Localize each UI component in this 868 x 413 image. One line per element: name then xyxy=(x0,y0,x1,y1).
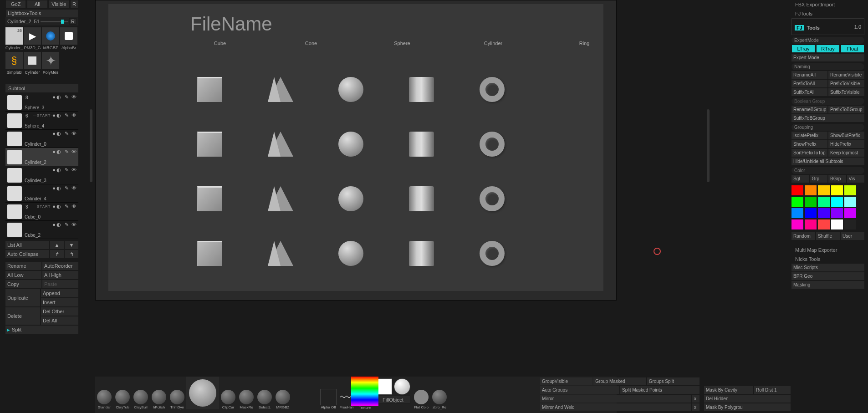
brush-maskre[interactable]: MaskRe xyxy=(237,377,255,409)
prefvis-button[interactable]: PrefixToVisible xyxy=(828,80,864,87)
active-brush[interactable] xyxy=(186,377,219,409)
skin-mat[interactable]: SkinSha xyxy=(412,404,430,413)
visible-button[interactable]: Visible xyxy=(49,0,69,8)
next-button[interactable]: ↱ xyxy=(50,250,64,258)
brush-trimdyn[interactable]: TrimDyn xyxy=(168,377,186,409)
ring-mesh[interactable] xyxy=(480,77,507,104)
color-swatch[interactable] xyxy=(805,185,817,195)
down-button[interactable]: ▼ xyxy=(65,241,78,249)
expertmode-button[interactable]: Expert Mode xyxy=(791,54,864,61)
brush-maskla[interactable]: MaskLa xyxy=(237,409,255,413)
brush-slicecur[interactable]: SliceCur xyxy=(219,409,237,413)
color-swatch[interactable] xyxy=(831,197,843,207)
brush-dam_st[interactable]: Dam_St xyxy=(113,409,132,413)
hideall-button[interactable]: Hide/Unhide all Subtools xyxy=(791,158,864,165)
rtray-button[interactable]: RTray xyxy=(816,45,840,53)
hidepref-button[interactable]: HidePrefix xyxy=(828,140,864,148)
left-scroll[interactable] xyxy=(90,109,92,182)
splitmask-button[interactable]: Split Masked Points xyxy=(620,386,700,394)
color-swatch[interactable] xyxy=(844,208,856,218)
sphere-mesh[interactable] xyxy=(338,77,366,104)
masking-button[interactable]: Masking xyxy=(791,281,864,289)
mirror-button[interactable]: Mirror xyxy=(540,395,691,403)
viewport[interactable]: FileName CubeConeSphereCylinderRing xyxy=(95,0,617,301)
color-swatch[interactable] xyxy=(791,208,803,218)
copy-button[interactable]: Copy xyxy=(5,280,41,288)
tool-thumb-0[interactable]: 26 xyxy=(5,27,23,45)
delall-button[interactable]: Del All xyxy=(41,316,78,325)
alpha-slot[interactable]: Alpha Off xyxy=(319,377,337,409)
maskcavity-button[interactable]: Mask By Cavity xyxy=(704,386,753,394)
nicks-header[interactable]: Nicks Tools xyxy=(791,255,864,264)
misc-button[interactable]: Misc Scripts xyxy=(791,264,864,271)
color-swatch[interactable] xyxy=(791,197,803,207)
color-swatch[interactable] xyxy=(791,185,803,195)
multimap-header[interactable]: Multi Map Exporter xyxy=(791,245,864,255)
groupssplit-button[interactable]: Groups Split xyxy=(647,377,700,385)
insert-button[interactable]: Insert xyxy=(41,298,78,306)
axis-x[interactable]: x xyxy=(692,395,700,403)
renameall-button[interactable]: RenameAll xyxy=(791,71,827,79)
subtool-header[interactable]: Subtool xyxy=(5,84,78,92)
subtool-item-2[interactable]: Cylinder_0 ●◐✎👁 xyxy=(5,130,78,148)
cone-mesh[interactable] xyxy=(268,186,295,214)
user-button[interactable]: User xyxy=(841,232,864,240)
isopref-button[interactable]: IsolatePrefix xyxy=(791,132,827,139)
brush-clipcur[interactable]: ClipCur xyxy=(219,377,237,409)
random-button[interactable]: Random xyxy=(791,232,815,240)
subtool-item-5[interactable]: Cylinder_4 ●◐✎👁 xyxy=(5,184,78,203)
prefb-button[interactable]: PrefixToBGroup xyxy=(828,106,864,113)
fjtools-header[interactable]: FJTools xyxy=(791,9,864,18)
rename-button[interactable]: Rename xyxy=(5,262,41,270)
color-swatch[interactable] xyxy=(791,219,803,229)
brush-mahcut[interactable]: MAHcut xyxy=(95,409,113,413)
up-button[interactable]: ▲ xyxy=(50,241,64,249)
r-button[interactable]: R xyxy=(70,0,78,8)
brush-claytub[interactable]: ClayTub xyxy=(113,377,132,409)
tool-thumb-6[interactable]: ✦ xyxy=(42,52,59,69)
zbro2-mat[interactable]: zbro_Re xyxy=(430,404,449,413)
color-swatch[interactable] xyxy=(831,208,843,218)
keeptop-button[interactable]: KeepTopmost xyxy=(828,149,864,157)
cone-mesh[interactable] xyxy=(268,241,295,268)
subtool-item-3[interactable]: Cylinder_2 ●◐✎👁 xyxy=(5,148,78,166)
brush-hpolish[interactable]: hPolish xyxy=(150,377,168,409)
delete-button[interactable]: Delete xyxy=(5,307,40,325)
texture-slot[interactable]: Texture xyxy=(356,377,374,409)
duplicate-button[interactable]: Duplicate xyxy=(5,289,40,306)
color-swatch[interactable] xyxy=(818,208,830,218)
brush-mrgbz[interactable]: MRGBZ xyxy=(274,377,292,409)
slider-r-button[interactable]: R xyxy=(69,18,77,25)
vis-button[interactable]: Vis xyxy=(847,175,865,183)
material-swatch[interactable] xyxy=(394,378,410,395)
color-swatch[interactable] xyxy=(805,197,817,207)
autogroups-button[interactable]: Auto Groups xyxy=(540,386,619,394)
bgrp-button[interactable]: BGrp xyxy=(828,175,846,183)
cube-mesh[interactable] xyxy=(197,132,225,159)
brush-selectl[interactable]: SelectL xyxy=(255,377,274,409)
cyl-mesh[interactable] xyxy=(409,132,436,159)
color-swatch[interactable] xyxy=(818,197,830,207)
color-swatch[interactable] xyxy=(818,219,830,229)
ring-mesh[interactable] xyxy=(480,132,507,159)
subtool-item-7[interactable]: Cube_2 ●◐✎👁 xyxy=(5,221,78,239)
ring-mesh[interactable] xyxy=(480,241,507,268)
autocollapse-button[interactable]: Auto Collapse xyxy=(5,250,49,258)
cone-mesh[interactable] xyxy=(268,77,295,104)
tool-thumb-2[interactable] xyxy=(42,27,59,45)
cube-mesh[interactable] xyxy=(197,241,225,268)
delhidden-button[interactable]: Del Hidden xyxy=(704,395,791,403)
cone-mesh[interactable] xyxy=(268,132,295,159)
delother-button[interactable]: Del Other xyxy=(41,307,78,316)
brush-selectre[interactable]: SelectRe xyxy=(255,409,274,413)
groupmasked-button[interactable]: Group Masked xyxy=(593,377,646,385)
showpref-button[interactable]: ShowPrefix xyxy=(791,140,827,148)
color-swatch[interactable] xyxy=(844,219,856,229)
subtool-item-4[interactable]: Cylinder_3 ●◐✎👁 xyxy=(5,166,78,184)
grp-button[interactable]: Grp xyxy=(810,175,828,183)
fillobject-button[interactable]: FillObject xyxy=(376,396,410,404)
color-swatch[interactable] xyxy=(831,219,843,229)
groupvisible-button[interactable]: GroupVisible xyxy=(540,377,592,385)
color-swatch[interactable] xyxy=(818,185,830,195)
renamevis-button[interactable]: RenameVisibile xyxy=(828,71,864,79)
